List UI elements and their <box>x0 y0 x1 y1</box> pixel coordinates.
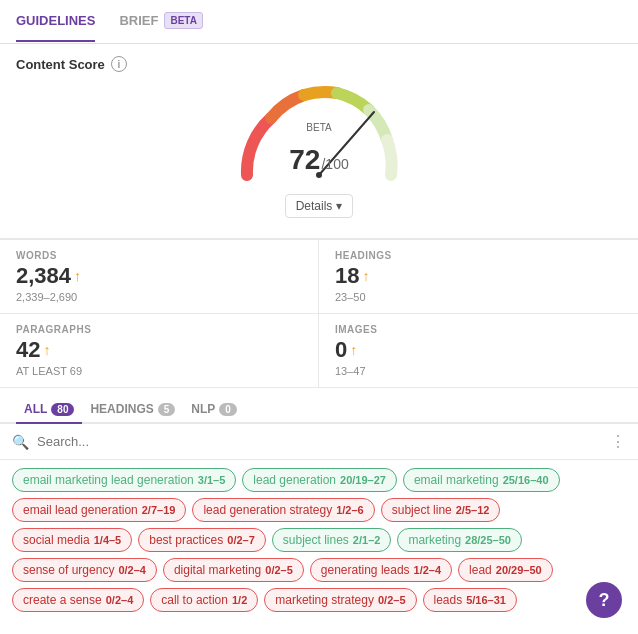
help-button[interactable]: ? <box>586 582 622 618</box>
tag-text: digital marketing <box>174 563 261 577</box>
tag-count: 3/1–5 <box>198 474 226 486</box>
stat-paragraphs: PARAGRAPHS 42 ↑ AT LEAST 69 <box>0 314 319 388</box>
tag-item[interactable]: call to action 1/2 <box>150 588 258 612</box>
paragraphs-label: PARAGRAPHS <box>16 324 302 335</box>
tag-item[interactable]: subject line 2/5–12 <box>381 498 501 522</box>
tag-text: social media <box>23 533 90 547</box>
tags-area: email marketing lead generation 3/1–5lea… <box>0 460 638 620</box>
filter-options-icon[interactable]: ⋮ <box>610 432 626 451</box>
words-label: WORDS <box>16 250 302 261</box>
tag-text: lead <box>469 563 492 577</box>
search-input[interactable] <box>37 434 602 449</box>
headings-number: 18 <box>335 263 359 289</box>
words-value: 2,384 ↑ <box>16 263 302 289</box>
filter-all-count: 80 <box>51 403 74 416</box>
content-score-title: Content Score i <box>16 56 622 72</box>
gauge-container: BETA 72 /100 Details ▾ <box>16 80 622 218</box>
stat-words: WORDS 2,384 ↑ 2,339–2,690 <box>0 240 319 314</box>
tag-count: 2/1–2 <box>353 534 381 546</box>
filter-tab-nlp[interactable]: NLP 0 <box>183 396 245 424</box>
stats-grid: WORDS 2,384 ↑ 2,339–2,690 HEADINGS 18 ↑ … <box>0 239 638 388</box>
tag-text: call to action <box>161 593 228 607</box>
tab-brief-label: BRIEF <box>119 13 158 28</box>
tag-text: email lead generation <box>23 503 138 517</box>
paragraphs-arrow-icon: ↑ <box>43 342 50 358</box>
filter-tab-headings[interactable]: HEADINGS 5 <box>82 396 183 424</box>
tag-item[interactable]: best practices 0/2–7 <box>138 528 266 552</box>
filter-nlp-label: NLP <box>191 402 215 416</box>
beta-badge: BETA <box>164 12 202 29</box>
chevron-down-icon: ▾ <box>336 199 342 213</box>
tag-text: generating leads <box>321 563 410 577</box>
details-button[interactable]: Details ▾ <box>285 194 354 218</box>
content-score-section: Content Score i <box>0 44 638 239</box>
filter-all-label: ALL <box>24 402 47 416</box>
tag-count: 0/2–5 <box>378 594 406 606</box>
tag-text: email marketing <box>414 473 499 487</box>
tag-item[interactable]: leads 5/16–31 <box>423 588 517 612</box>
search-row: 🔍 ⋮ <box>0 424 638 460</box>
headings-range: 23–50 <box>335 291 622 303</box>
words-number: 2,384 <box>16 263 71 289</box>
tag-item[interactable]: generating leads 1/2–4 <box>310 558 452 582</box>
words-arrow-icon: ↑ <box>74 268 81 284</box>
gauge-svg: BETA 72 /100 <box>229 80 409 190</box>
filter-headings-count: 5 <box>158 403 176 416</box>
tag-text: lead generation strategy <box>203 503 332 517</box>
info-icon[interactable]: i <box>111 56 127 72</box>
content-score-label: Content Score <box>16 57 105 72</box>
tag-item[interactable]: subject lines 2/1–2 <box>272 528 392 552</box>
filter-tab-all[interactable]: ALL 80 <box>16 396 82 424</box>
headings-value: 18 ↑ <box>335 263 622 289</box>
images-range: 13–47 <box>335 365 622 377</box>
tag-count: 1/4–5 <box>94 534 122 546</box>
tag-item[interactable]: social media 1/4–5 <box>12 528 132 552</box>
tag-text: create a sense <box>23 593 102 607</box>
tag-item[interactable]: digital marketing 0/2–5 <box>163 558 304 582</box>
tag-item[interactable]: sense of urgency 0/2–4 <box>12 558 157 582</box>
headings-label: HEADINGS <box>335 250 622 261</box>
images-value: 0 ↑ <box>335 337 622 363</box>
tag-text: marketing strategy <box>275 593 374 607</box>
tag-item[interactable]: email marketing lead generation 3/1–5 <box>12 468 236 492</box>
tag-text: subject lines <box>283 533 349 547</box>
tag-item[interactable]: marketing strategy 0/2–5 <box>264 588 416 612</box>
tag-item[interactable]: email marketing 25/16–40 <box>403 468 560 492</box>
tag-count: 0/2–5 <box>265 564 293 576</box>
images-number: 0 <box>335 337 347 363</box>
main-tabs: GUIDELINES BRIEF BETA <box>0 0 638 44</box>
paragraphs-range: AT LEAST 69 <box>16 365 302 377</box>
tag-count: 20/29–50 <box>496 564 542 576</box>
tag-item[interactable]: lead generation 20/19–27 <box>242 468 397 492</box>
tag-item[interactable]: marketing 28/25–50 <box>397 528 522 552</box>
tag-text: lead generation <box>253 473 336 487</box>
images-label: IMAGES <box>335 324 622 335</box>
tag-item[interactable]: lead generation strategy 1/2–6 <box>192 498 374 522</box>
tag-text: marketing <box>408 533 461 547</box>
tag-text: best practices <box>149 533 223 547</box>
tab-guidelines-label: GUIDELINES <box>16 13 95 28</box>
tag-text: subject line <box>392 503 452 517</box>
tag-count: 0/2–4 <box>118 564 146 576</box>
filter-tabs: ALL 80 HEADINGS 5 NLP 0 <box>0 388 638 424</box>
tag-item[interactable]: email lead generation 2/7–19 <box>12 498 186 522</box>
tag-item[interactable]: create a sense 0/2–4 <box>12 588 144 612</box>
tag-count: 0/2–4 <box>106 594 134 606</box>
tag-count: 28/25–50 <box>465 534 511 546</box>
filter-headings-label: HEADINGS <box>90 402 153 416</box>
headings-arrow-icon: ↑ <box>362 268 369 284</box>
tag-count: 1/2–6 <box>336 504 364 516</box>
images-arrow-icon: ↑ <box>350 342 357 358</box>
words-range: 2,339–2,690 <box>16 291 302 303</box>
gauge-score: 72 /100 <box>289 144 348 176</box>
paragraphs-number: 42 <box>16 337 40 363</box>
search-icon: 🔍 <box>12 434 29 450</box>
tag-count: 1/2 <box>232 594 247 606</box>
tab-brief[interactable]: BRIEF BETA <box>119 0 202 43</box>
tag-item[interactable]: lead 20/29–50 <box>458 558 553 582</box>
tag-count: 1/2–4 <box>414 564 442 576</box>
tag-count: 5/16–31 <box>466 594 506 606</box>
tab-guidelines[interactable]: GUIDELINES <box>16 1 95 42</box>
tag-text: leads <box>434 593 463 607</box>
filter-nlp-count: 0 <box>219 403 237 416</box>
